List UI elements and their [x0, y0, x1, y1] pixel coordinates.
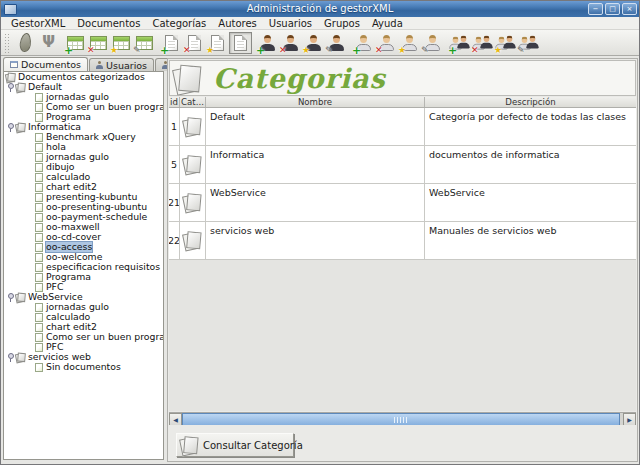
connection-button[interactable]: Ψ: [37, 32, 60, 54]
page-title: Categorias: [213, 63, 386, 94]
edit-badge-icon: ✎: [133, 46, 141, 55]
category-icon: [186, 194, 200, 211]
delete-group-button[interactable]: ✕: [471, 32, 494, 54]
star-badge-icon: ★: [110, 46, 118, 55]
table-row-webservice[interactable]: 21WebServiceWebService: [169, 184, 636, 222]
document-icon: [35, 263, 43, 272]
add-category-button[interactable]: +: [64, 32, 87, 54]
cell-descripcion: Manuales de servicios web: [425, 222, 636, 259]
cell-id: 22: [169, 222, 180, 259]
document-icon: [35, 193, 43, 202]
tree-expander-icon[interactable]: [7, 293, 14, 301]
menu-usuarios[interactable]: Usuarios: [263, 17, 318, 30]
cell-descripcion: WebService: [425, 184, 636, 221]
tab-label: Usuarios: [106, 60, 147, 71]
cell-id: 1: [169, 108, 180, 145]
category-icon: [186, 118, 200, 135]
leaf-icon: [19, 32, 33, 52]
document-icon: [35, 133, 43, 142]
table-body: 1DefaultCategoría por defecto de todas l…: [169, 108, 636, 260]
column-header-nombre: Nombre: [206, 97, 425, 107]
exit-button[interactable]: [14, 32, 37, 54]
tree-expander-icon[interactable]: [7, 353, 14, 361]
button-bar: Consultar Categoría: [169, 425, 636, 460]
edit-user-button[interactable]: ✎: [421, 32, 444, 54]
menu-autores[interactable]: Autores: [212, 17, 262, 30]
table-row-servicios-web[interactable]: 22servicios webManuales de servicios web: [169, 222, 636, 260]
menu-grupos[interactable]: Grupos: [318, 17, 366, 30]
favorite-author-button[interactable]: ★: [302, 32, 325, 54]
document-icon: [234, 35, 247, 51]
close-button[interactable]: ×: [622, 3, 637, 15]
tree-document-como-ser-un-buen-programador[interactable]: Como ser un buen programador: [4, 332, 163, 342]
add-badge-icon: +: [256, 46, 265, 55]
add-user-button[interactable]: +: [352, 32, 375, 54]
document-icon: [35, 223, 43, 232]
titlebar[interactable]: Administración de gestorXML − □ ×: [1, 1, 639, 17]
categories-table: idCat...NombreDescripción 1DefaultCatego…: [169, 97, 636, 411]
edit-group-button[interactable]: ✎: [517, 32, 540, 54]
star-badge-icon: ★: [494, 46, 502, 55]
tree-expander-icon[interactable]: [7, 123, 14, 131]
edit-author-button[interactable]: ✎: [325, 32, 348, 54]
documents-root-icon: [7, 73, 15, 82]
tree-expander-icon[interactable]: [7, 83, 14, 91]
document-icon: [35, 173, 43, 182]
cell-descripcion: Categoría por defecto de todas las clase…: [425, 108, 636, 145]
document-icon: [35, 183, 43, 192]
menu-documentos[interactable]: Documentos: [71, 17, 146, 30]
tree-document-sin-documentos[interactable]: Sin documentos: [4, 362, 163, 372]
menu-categorias[interactable]: Categorías: [146, 17, 212, 30]
star-badge-icon: ★: [398, 46, 406, 55]
add-document-button[interactable]: +: [160, 32, 183, 54]
favorite-category-button[interactable]: ★: [110, 32, 133, 54]
star-badge-icon: ★: [302, 46, 310, 55]
table-row-default[interactable]: 1DefaultCategoría por defecto de todas l…: [169, 108, 636, 146]
cell-nombre: servicios web: [206, 222, 425, 259]
toolbar-drag-handle[interactable]: [4, 33, 10, 53]
table-row-informatica[interactable]: 5Informaticadocumentos de informatica: [169, 146, 636, 184]
users-tab-icon: [96, 61, 103, 69]
tab-usuarios[interactable]: Usuarios: [89, 58, 154, 71]
left-tabbed-panel: DocumentosUsuarios◀ ▶ Documentos categor…: [3, 58, 164, 462]
consult-category-button[interactable]: Consultar Categoría: [176, 433, 294, 457]
menu-ayuda[interactable]: Ayuda: [366, 17, 409, 30]
maximize-button[interactable]: □: [605, 3, 620, 15]
tab-label: Documentos: [21, 59, 81, 70]
categories-header: Categorias: [169, 60, 636, 96]
left-tabstrip: DocumentosUsuarios◀ ▶: [3, 58, 164, 71]
delete-user-button[interactable]: ✕: [375, 32, 398, 54]
tab-documentos[interactable]: Documentos: [3, 57, 88, 71]
document-icon: [35, 103, 43, 112]
edit-category-button[interactable]: ✎: [133, 32, 156, 54]
tree-document-programa[interactable]: Programa: [4, 272, 163, 282]
add-author-button[interactable]: +: [256, 32, 279, 54]
delete-category-button[interactable]: ✕: [87, 32, 110, 54]
view-document-button[interactable]: [229, 32, 252, 54]
cell-nombre: WebService: [206, 184, 425, 221]
delete-author-button[interactable]: ✕: [279, 32, 302, 54]
favorite-user-button[interactable]: ★: [398, 32, 421, 54]
document-icon: [35, 273, 43, 282]
menubar: GestorXMLDocumentosCategoríasAutoresUsua…: [1, 17, 639, 30]
documents-tree: Documentos categorizadosDefaultjornadas …: [3, 71, 164, 460]
tree-document-jornadas-gulo[interactable]: jornadas gulo: [4, 152, 163, 162]
delete-badge-icon: ✕: [375, 46, 383, 55]
window-title: Administración de gestorXML: [1, 1, 639, 17]
favorite-group-button[interactable]: ★: [494, 32, 517, 54]
add-badge-icon: +: [64, 46, 73, 55]
tree-document-benchmark-xquery[interactable]: Benchmark xQuery: [4, 132, 163, 142]
add-badge-icon: +: [160, 46, 169, 55]
delete-document-button[interactable]: ✕: [183, 32, 206, 54]
horizontal-scrollbar[interactable]: ◀ ▶: [169, 412, 636, 425]
table-header-row: idCat...NombreDescripción: [169, 97, 636, 108]
add-badge-icon: +: [448, 46, 457, 55]
document-icon: [35, 233, 43, 242]
minimize-button[interactable]: −: [588, 3, 603, 15]
favorite-document-button[interactable]: ★: [206, 32, 229, 54]
toolbar: Ψ+✕★✎+✕★+✕★✎+✕★✎+✕★✎: [1, 30, 639, 56]
add-group-button[interactable]: +: [448, 32, 471, 54]
category-icon: [17, 353, 25, 362]
document-icon: [35, 303, 43, 312]
menu-gestorxml[interactable]: GestorXML: [5, 17, 71, 30]
